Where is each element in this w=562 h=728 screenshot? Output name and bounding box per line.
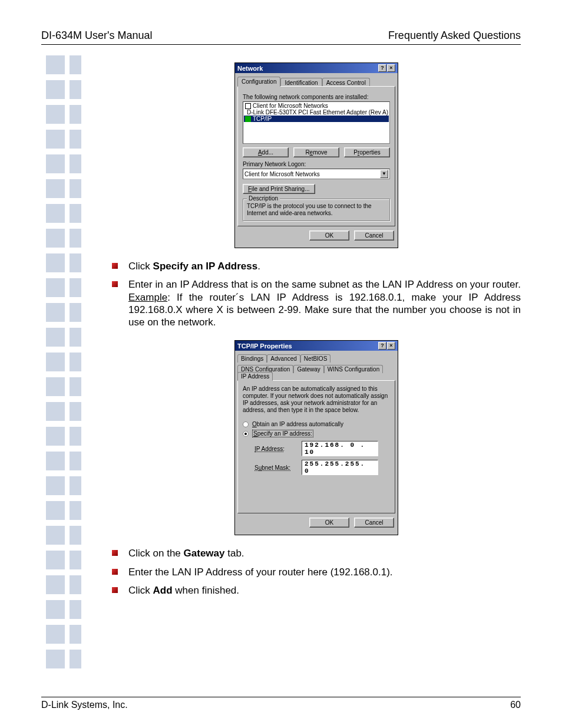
tab-ip-address[interactable]: IP Address (237, 372, 273, 381)
tab-bindings[interactable]: Bindings (237, 354, 267, 363)
header-right: Frequently Asked Questions (388, 29, 521, 42)
tab-gateway[interactable]: Gateway (293, 365, 323, 373)
instruction-list-2: Click on the Gateway tab. Enter the LAN … (112, 547, 521, 597)
description-legend: Description (247, 195, 280, 202)
ip-address-field[interactable]: 192.168. 0 . 10 (302, 441, 378, 456)
radio-specify-ip[interactable]: Specify an IP address: (243, 430, 390, 437)
protocol-icon (245, 116, 251, 122)
list-item: Click Specify an IP Address. (112, 260, 521, 272)
ip-intro-text: An IP address can be automatically assig… (243, 386, 390, 414)
help-icon[interactable]: ? (378, 64, 386, 72)
subnet-mask-label: Subnet Mask: (254, 465, 296, 471)
list-item: Enter in an IP Address that is on the sa… (112, 278, 521, 328)
header-left: DI-634M User's Manual (41, 29, 153, 42)
primary-logon-label: Primary Network Logon: (243, 161, 390, 167)
client-icon (245, 103, 251, 109)
list-item[interactable]: Client for Microsoft Networks (244, 103, 389, 109)
close-icon[interactable]: × (387, 342, 395, 350)
cancel-button[interactable]: Cancel (354, 518, 394, 528)
components-label: The following network components are ins… (243, 94, 390, 100)
list-item: Click on the Gateway tab. (112, 547, 521, 559)
tab-netbios[interactable]: NetBIOS (300, 354, 330, 363)
tcpip-dialog: TCP/IP Properties ? × Bindings Advanced … (234, 340, 398, 535)
add-button[interactable]: AAdd...dd... (243, 147, 289, 157)
cancel-button[interactable]: Cancel (354, 230, 394, 241)
radio-icon (243, 431, 249, 437)
components-listbox[interactable]: Client for Microsoft Networks D-Link DFE… (243, 101, 390, 144)
tab-configuration[interactable]: Configuration (237, 77, 280, 87)
instruction-list-1: Click Specify an IP Address. Enter in an… (112, 260, 521, 328)
radio-icon (243, 421, 249, 427)
list-item: Enter the LAN IP Address of your router … (112, 566, 521, 578)
close-icon[interactable]: × (387, 64, 395, 72)
footer-page: 60 (510, 700, 521, 710)
list-item[interactable]: D-Link DFE-530TX PCI Fast Ethernet Adapt… (244, 109, 389, 116)
help-icon[interactable]: ? (378, 342, 386, 350)
tcpip-dialog-title: TCP/IP Properties (237, 342, 292, 350)
radio-obtain-auto[interactable]: Obtain an IP address automatically (243, 421, 390, 427)
subnet-mask-field[interactable]: 255.255.255. 0 (302, 460, 378, 475)
ok-button[interactable]: OK (309, 518, 349, 528)
description-text: TCP/IP is the protocol you use to connec… (247, 203, 386, 217)
primary-logon-dropdown[interactable]: Client for Microsoft Networks ▼ (243, 169, 390, 179)
decorative-stripes (46, 55, 90, 674)
description-group: Description TCP/IP is the protocol you u… (243, 199, 390, 221)
tab-wins[interactable]: WINS Configuration (324, 365, 383, 373)
list-item-selected[interactable]: TCP/IP (244, 116, 389, 122)
ip-address-label: IP Address: (254, 446, 296, 452)
chevron-down-icon[interactable]: ▼ (380, 170, 388, 178)
network-dialog: Network ? × Configuration Identification… (234, 62, 398, 248)
dropdown-value: Client for Microsoft Networks (244, 171, 320, 177)
network-dialog-title: Network (237, 65, 263, 72)
ok-button[interactable]: OK (309, 230, 349, 241)
file-print-sharing-button[interactable]: File and Print Sharing... (243, 184, 315, 194)
footer-left: D-Link Systems, Inc. (41, 700, 128, 710)
tab-advanced[interactable]: Advanced (267, 354, 300, 363)
remove-button[interactable]: Remove (293, 147, 339, 157)
list-item: Click Add when finished. (112, 584, 521, 597)
properties-button[interactable]: Properties (344, 147, 390, 157)
